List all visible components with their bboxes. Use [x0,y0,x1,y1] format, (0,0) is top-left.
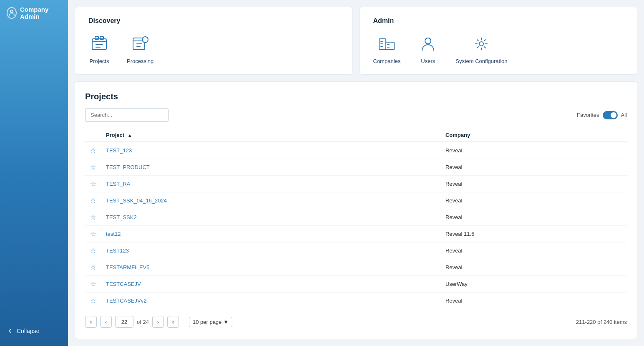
table-body: ☆ TEST_123 Reveal ☆ TEST_PRODUCT Reveal … [85,142,627,309]
discovery-title: Discovery [88,17,339,25]
table-row: ☆ TEST_123 Reveal [85,142,627,159]
star-cell: ☆ [85,159,101,176]
favorite-star-icon[interactable]: ☆ [90,230,96,237]
table-row: ☆ TEST123 Reveal [85,242,627,259]
prev-page-button[interactable]: ‹ [100,316,112,328]
project-link[interactable]: TEST_RA [106,181,131,187]
star-cell: ☆ [85,259,101,276]
svg-point-9 [425,38,431,44]
favorite-star-icon[interactable]: ☆ [90,164,96,171]
per-page-select[interactable]: 10 per page ▼ [189,317,232,327]
project-cell: TEST_123 [101,142,440,159]
company-cell: Reveal [440,242,627,259]
companies-icon [376,33,397,55]
th-company-label: Company [445,132,470,138]
th-company: Company [440,129,627,142]
project-link[interactable]: TEST_SSK2 [106,214,137,220]
table-header: Project ▲ Company [85,129,627,142]
per-page-chevron-icon: ▼ [223,319,229,325]
star-cell: ☆ [85,226,101,242]
last-page-button[interactable]: » [167,316,179,328]
star-cell: ☆ [85,176,101,192]
star-cell: ☆ [85,209,101,226]
top-panels: Discovery Projects [75,7,637,75]
collapse-button[interactable]: Collapse [0,323,68,339]
company-cell: UserWay [440,276,627,293]
company-cell: Reveal [440,142,627,159]
system-config-icon [470,33,492,55]
next-page-button[interactable]: › [152,316,164,328]
company-cell: Reveal [440,176,627,192]
project-link[interactable]: TEST_SSK_04_16_2024 [106,197,167,204]
star-cell: ☆ [85,293,101,309]
table-row: ☆ TEST_PRODUCT Reveal [85,159,627,176]
companies-label: Companies [373,58,401,64]
favorite-star-icon[interactable]: ☆ [90,264,96,271]
first-page-button[interactable]: « [85,316,97,328]
discovery-icons: Projects i Processing [88,33,339,64]
users-nav-item[interactable]: Users [417,33,439,64]
star-cell: ☆ [85,142,101,159]
star-cell: ☆ [85,192,101,209]
favorite-star-icon[interactable]: ☆ [90,297,96,304]
company-cell: Reveal [440,192,627,209]
project-cell: TEST_SSK2 [101,209,440,226]
project-cell: TESTARMFILEV5 [101,259,440,276]
system-config-label: System Configuration [455,58,507,64]
projects-section-title: Projects [85,92,627,101]
project-link[interactable]: TEST_PRODUCT [106,164,150,170]
pagination: « ‹ of 24 › » 10 per page ▼ 211-220 of 2… [85,316,627,328]
search-input[interactable] [85,108,169,122]
th-star [85,129,101,142]
favorite-star-icon[interactable]: ☆ [90,197,96,204]
project-link[interactable]: TEST_123 [106,147,132,154]
project-cell: TESTCASEJV [101,276,440,293]
favorite-star-icon[interactable]: ☆ [90,280,96,288]
favorites-toggle-switch[interactable] [603,111,618,119]
favorite-star-icon[interactable]: ☆ [90,214,96,221]
projects-icon [88,33,110,55]
th-project[interactable]: Project ▲ [101,129,440,142]
table-row: ☆ test12 Reveal 11.5 [85,226,627,242]
svg-text:i: i [143,38,145,42]
projects-label: Projects [90,58,109,64]
svg-point-10 [479,42,483,46]
project-link[interactable]: TESTCASEJV [106,281,141,287]
table-row: ☆ TEST_SSK2 Reveal [85,209,627,226]
project-link[interactable]: TESTARMFILEV5 [106,264,150,270]
admin-panel: Admin Companies [360,7,638,75]
table-row: ☆ TEST_SSK_04_16_2024 Reveal [85,192,627,209]
project-link[interactable]: TESTCASEJVv2 [106,298,147,304]
favorite-star-icon[interactable]: ☆ [90,147,96,154]
items-count: 211-220 of 240 items [576,319,627,325]
favorites-label: Favorites [577,112,599,118]
star-cell: ☆ [85,276,101,293]
projects-table: Project ▲ Company ☆ TEST_123 Reveal ☆ [85,129,627,309]
all-label: All [621,112,627,118]
company-cell: Reveal 11.5 [440,226,627,242]
project-link[interactable]: test12 [106,231,121,237]
project-cell: TEST_PRODUCT [101,159,440,176]
project-link[interactable]: TEST123 [106,248,129,254]
project-cell: TEST_RA [101,176,440,192]
system-config-nav-item[interactable]: System Configuration [455,33,507,64]
company-cell: Reveal [440,259,627,276]
projects-nav-item[interactable]: Projects [88,33,110,64]
project-cell: test12 [101,226,440,242]
company-cell: Reveal [440,209,627,226]
companies-nav-item[interactable]: Companies [373,33,401,64]
page-number-input[interactable] [115,316,133,328]
admin-icons: Companies Users [373,33,624,64]
processing-icon: i [129,33,151,55]
svg-rect-8 [386,42,394,50]
projects-section: Projects Favorites All Project ▲ Company [75,81,637,339]
favorite-star-icon[interactable]: ☆ [90,180,96,187]
page-of-total: of 24 [137,319,149,325]
sort-asc-icon: ▲ [128,133,132,138]
project-cell: TEST_SSK_04_16_2024 [101,192,440,209]
favorite-star-icon[interactable]: ☆ [90,247,96,254]
processing-label: Processing [127,58,153,64]
th-project-label: Project [106,132,124,138]
processing-nav-item[interactable]: i Processing [127,33,153,64]
sidebar-title: Company Admin [20,6,61,20]
